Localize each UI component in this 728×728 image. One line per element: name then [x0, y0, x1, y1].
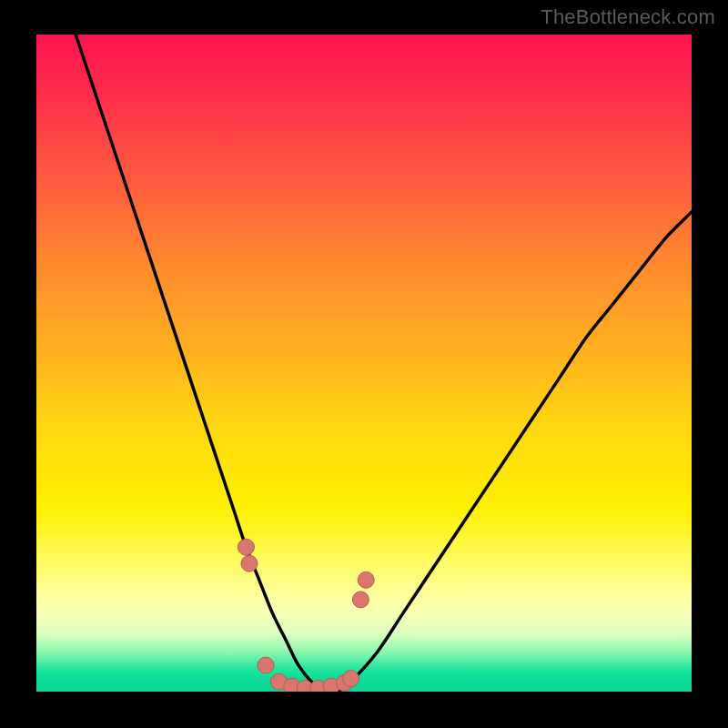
curve-markers — [238, 539, 374, 692]
data-marker — [258, 657, 274, 673]
data-marker — [241, 555, 258, 571]
data-marker — [358, 571, 374, 588]
data-marker — [238, 539, 254, 555]
chart-frame: TheBottleneck.com — [0, 0, 728, 728]
data-marker — [343, 671, 359, 687]
bottleneck-curve — [36, 35, 692, 692]
data-marker — [352, 592, 369, 608]
watermark: TheBottleneck.com — [541, 5, 715, 29]
plot-area — [36, 35, 692, 692]
curve-path — [76, 35, 692, 692]
